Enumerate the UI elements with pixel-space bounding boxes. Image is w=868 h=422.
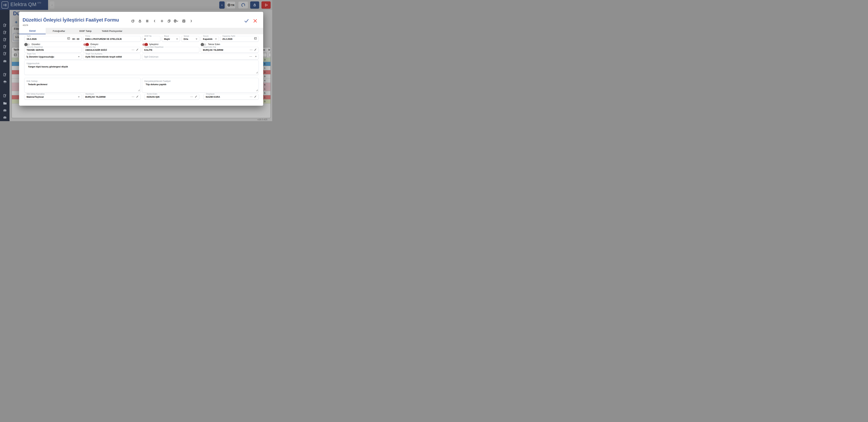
top-bar: Elektra QM STD ‹ › TR bbox=[0, 0, 272, 10]
iyilestirici-toggle-label: İyileştirici bbox=[149, 43, 158, 46]
column-header-tarih[interactable]: Tarih bbox=[13, 48, 19, 51]
close-x-button[interactable] bbox=[253, 19, 257, 24]
lock-icon bbox=[253, 3, 256, 7]
tarih-field[interactable]: Tarih 19.2.2026 00 : 00 bbox=[24, 36, 82, 42]
logout-button[interactable] bbox=[261, 1, 271, 9]
modal-title: Düzeltici Önleyici İyileştirici Faaliyet… bbox=[23, 18, 119, 23]
language-button[interactable]: TR bbox=[226, 1, 236, 9]
new-record-button[interactable] bbox=[160, 19, 164, 23]
ellipsis-icon[interactable]: ··· bbox=[250, 49, 253, 51]
field-value: NAZIM KARA bbox=[206, 95, 220, 98]
lock-screen-button[interactable] bbox=[250, 1, 259, 9]
ellipsis-icon[interactable]: ··· bbox=[132, 49, 134, 51]
hazirlayan-field[interactable]: Hazırlayan BURÇAK YILDIRIM ··· bbox=[83, 94, 141, 100]
resize-handle[interactable] bbox=[138, 89, 140, 92]
column-header-right2[interactable]: D bbox=[268, 49, 270, 51]
pencil-icon[interactable] bbox=[136, 95, 138, 99]
save-button[interactable] bbox=[182, 19, 186, 23]
gerceklestirilecek-faaliyet-textarea[interactable]: Gerçekleştirilecek Faaliyet Tüp dolumu y… bbox=[142, 78, 259, 93]
iyilestirici-toggle[interactable] bbox=[142, 44, 148, 46]
ilgili-dokuman-field[interactable]: İlgili Doküman ··· + bbox=[142, 54, 259, 59]
menu-button[interactable] bbox=[145, 19, 149, 23]
collapse-panel-button[interactable]: ‹ bbox=[50, 1, 54, 9]
tespit-eden-departman-field[interactable]: Tespit Eden Departman KALİTE bbox=[142, 47, 199, 53]
d-filter-input[interactable] bbox=[269, 53, 271, 57]
clipboard-edit-icon bbox=[3, 45, 7, 49]
plus-icon[interactable]: + bbox=[255, 55, 257, 58]
sidebar-item-form-4[interactable] bbox=[3, 45, 7, 49]
seviye-select[interactable]: Seviye Orta bbox=[181, 36, 199, 42]
field-value: Majör bbox=[164, 38, 170, 40]
sidebar-item-form-3[interactable] bbox=[3, 37, 7, 42]
kontrol-eden-field[interactable]: Kontrol Eden KENAN IŞIK ··· bbox=[145, 94, 199, 100]
onleyici-toggle[interactable] bbox=[83, 44, 89, 46]
durum-select[interactable]: Durum Kapatıldı bbox=[201, 36, 219, 42]
caret-down-icon[interactable] bbox=[215, 38, 217, 39]
copy-record-button[interactable] bbox=[167, 19, 171, 23]
column-header-right1[interactable]: sı bbox=[263, 49, 265, 51]
sidebar-item-company-3[interactable] bbox=[3, 115, 7, 119]
calendar-icon[interactable] bbox=[67, 37, 70, 40]
resize-handle[interactable] bbox=[256, 71, 258, 74]
next-record-nav-button[interactable] bbox=[189, 19, 193, 23]
onaylayan-field[interactable]: Onaylayan NAZIM KARA ··· bbox=[204, 94, 259, 100]
tab-genel[interactable]: Genel bbox=[19, 28, 45, 34]
caret-down-icon[interactable] bbox=[196, 38, 197, 39]
kok-sebep-textarea[interactable]: Kök Sebep Tedarik gecikmesi bbox=[24, 78, 141, 93]
caret-down-icon[interactable] bbox=[78, 96, 80, 97]
lock-record-button[interactable] bbox=[138, 19, 142, 23]
tespit-eden-kisi-field[interactable]: Tespit Eden Kişi BURÇAK YILDIRIM ··· bbox=[201, 47, 259, 53]
tab-yetkili-pozisyonlar[interactable]: Yetkili Pozisyonlar bbox=[99, 28, 125, 34]
pencil-icon[interactable] bbox=[136, 48, 138, 52]
history-button[interactable] bbox=[131, 19, 135, 23]
tekrar-eden-toggle[interactable] bbox=[201, 44, 206, 46]
pencil-icon[interactable] bbox=[254, 95, 256, 99]
field-label: Tespit Eden Departman bbox=[144, 46, 164, 48]
doif-no-field[interactable]: DOIF No 4 bbox=[142, 36, 160, 42]
caret-down-icon[interactable] bbox=[176, 38, 178, 39]
kok-sebep-kaynaklari-select[interactable]: Kök Sebep Kaynakları Makine/Teçhizat bbox=[24, 94, 82, 100]
calendar-icon[interactable] bbox=[254, 37, 257, 40]
caret-down-icon[interactable] bbox=[78, 56, 80, 57]
sidebar-toggle-button[interactable] bbox=[2, 1, 8, 8]
previous-record-button[interactable] bbox=[153, 19, 157, 23]
pencil-icon[interactable] bbox=[195, 95, 197, 99]
menu-logo-icon bbox=[3, 3, 7, 7]
sorumlu-departman-field[interactable]: Sorumlu Departman TEKNİK SERVİS bbox=[24, 47, 82, 53]
calendar-icon[interactable] bbox=[14, 53, 17, 57]
ellipsis-icon[interactable]: ··· bbox=[190, 95, 193, 98]
refresh-spinner-icon bbox=[241, 3, 245, 7]
tab-doif-takip[interactable]: DOIF Takip bbox=[72, 28, 99, 34]
sidebar-item-company-2[interactable] bbox=[3, 108, 7, 112]
next-record-button[interactable]: › bbox=[219, 1, 225, 9]
uygunsuzluk-textarea[interactable]: Uygunsuzluk Yangın tüpü basınç gösterges… bbox=[24, 60, 259, 75]
ellipsis-icon[interactable]: ··· bbox=[249, 55, 252, 58]
print-options-caret[interactable] bbox=[176, 19, 179, 23]
resize-handle[interactable] bbox=[256, 89, 258, 92]
sidebar-item-form-5[interactable] bbox=[3, 52, 7, 56]
tespit-turu-select[interactable]: Tespit Türü İç Denetim Uygunsuzluğu bbox=[24, 54, 82, 59]
pencil-icon[interactable] bbox=[254, 48, 256, 52]
duzeltici-toggle[interactable] bbox=[25, 44, 30, 46]
firma-field[interactable]: Firma EMIA LYRATURİZM VE OTELCİLİK bbox=[83, 36, 141, 42]
sidebar-item-form-7[interactable] bbox=[3, 94, 7, 98]
boyut-select[interactable]: Boyut Majör bbox=[162, 36, 180, 42]
tespit-turu-aciklama-field[interactable]: Tespit Türü Açıklama Aylık İSG kontrolün… bbox=[83, 54, 141, 59]
ellipsis-icon[interactable]: ··· bbox=[250, 95, 253, 98]
sidebar-item-documents[interactable] bbox=[3, 101, 7, 105]
refresh-button[interactable] bbox=[238, 1, 248, 9]
field-value: EMIA LYRATURİZM VE OTELCİLİK bbox=[85, 38, 122, 40]
kapanma-tarihi-field[interactable]: Kapanma Tarihi 25.2.2026 bbox=[220, 36, 259, 42]
sidebar-item-form-1[interactable] bbox=[3, 23, 7, 27]
ellipsis-icon[interactable]: ··· bbox=[132, 95, 134, 98]
add-record-button[interactable]: + bbox=[15, 20, 18, 25]
field-value: Makine/Teçhizat bbox=[27, 95, 44, 98]
sidebar-item-company-1[interactable] bbox=[3, 59, 7, 63]
sidebar-item-form-6[interactable] bbox=[3, 73, 7, 77]
sidebar-item-training[interactable] bbox=[3, 80, 7, 84]
confirm-check-button[interactable] bbox=[244, 19, 249, 24]
tab-fotograflar[interactable]: Fotoğraflar bbox=[45, 28, 72, 34]
sidebar-item-form-2[interactable] bbox=[3, 30, 7, 35]
modal-tabs: Genel Fotoğraflar DOIF Takip Yetkili Poz… bbox=[19, 28, 263, 34]
sorumlu-kisi-field[interactable]: Sorumlu Kişi ABDULKADİR EKİCİ ··· bbox=[83, 47, 141, 53]
